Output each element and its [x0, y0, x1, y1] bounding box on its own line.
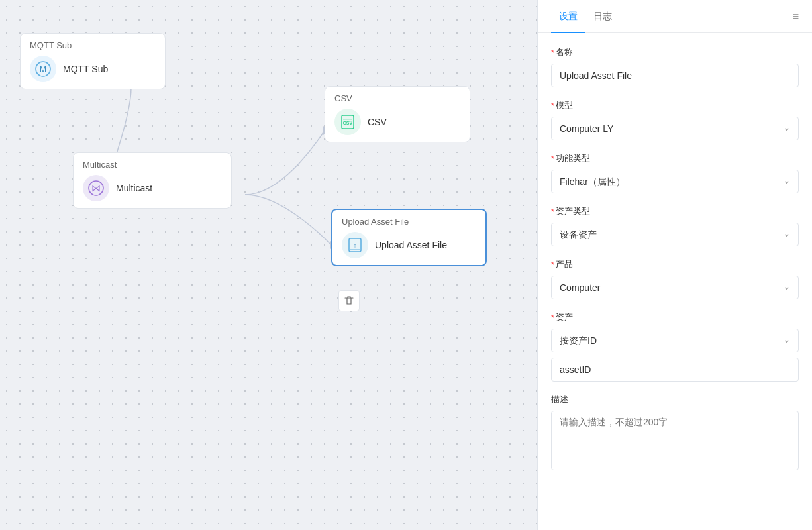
- product-field-group: * 产品 Computer: [551, 258, 799, 299]
- csv-node-label: CSV: [368, 117, 387, 127]
- csv-node[interactable]: CSV CSV CSV: [325, 86, 470, 142]
- model-field-group: * 模型 Computer LY: [551, 99, 799, 140]
- product-select-wrapper: Computer: [551, 276, 799, 299]
- asset-type-field-group: * 资产类型 设备资产: [551, 205, 799, 246]
- asset-type-select-wrapper: 设备资产: [551, 223, 799, 246]
- upload-node-title: Upload Asset File: [342, 217, 476, 227]
- asset-type-select[interactable]: 设备资产: [551, 223, 799, 246]
- func-type-field-group: * 功能类型 Filehar（属性）: [551, 152, 799, 193]
- multicast-node-title: Multicast: [83, 160, 222, 170]
- product-required-star: *: [551, 260, 554, 270]
- name-field-group: * 名称: [551, 46, 799, 87]
- svg-rect-7: [343, 121, 352, 122]
- model-select[interactable]: Computer LY: [551, 117, 799, 140]
- multicast-node[interactable]: Multicast ⋈ Multicast: [73, 152, 232, 209]
- asset-type-label: * 资产类型: [551, 205, 799, 217]
- svg-rect-12: [350, 249, 360, 250]
- svg-text:M: M: [40, 65, 46, 74]
- model-label: * 模型: [551, 99, 799, 111]
- name-label: * 名称: [551, 46, 799, 58]
- asset-required-star: *: [551, 313, 554, 323]
- asset-id-input[interactable]: [551, 358, 799, 382]
- tab-logs[interactable]: 日志: [585, 0, 620, 33]
- asset-label: * 资产: [551, 311, 799, 323]
- product-label: * 产品: [551, 258, 799, 270]
- asset-select-wrapper: 按资产ID: [551, 329, 799, 352]
- func-type-label: * 功能类型: [551, 152, 799, 164]
- model-required-star: *: [551, 101, 554, 111]
- panel-tabs: 设置 日志 ≡: [538, 0, 812, 33]
- asset-field-group: * 资产 按资产ID: [551, 311, 799, 382]
- mqtt-node[interactable]: MQTT Sub M MQTT Sub: [20, 33, 166, 89]
- tab-settings[interactable]: 设置: [551, 0, 585, 33]
- csv-icon: CSV: [334, 109, 361, 135]
- upload-icon: ↑: [342, 232, 368, 258]
- desc-label: 描述: [551, 394, 799, 405]
- model-select-wrapper: Computer LY: [551, 117, 799, 140]
- svg-text:↑: ↑: [353, 241, 357, 249]
- right-panel: 设置 日志 ≡ * 名称 * 模型 Computer LY *: [537, 0, 812, 530]
- mqtt-icon: M: [30, 56, 56, 82]
- func-type-select-wrapper: Filehar（属性）: [551, 170, 799, 193]
- mqtt-node-label: MQTT Sub: [63, 64, 108, 74]
- panel-content: * 名称 * 模型 Computer LY * 功能类型 Filehar（属性）: [538, 33, 812, 530]
- svg-rect-6: [343, 119, 352, 120]
- upload-node[interactable]: Upload Asset File ↑ Upload Asset File: [331, 209, 487, 266]
- svg-text:⋈: ⋈: [91, 183, 101, 193]
- desc-textarea[interactable]: [551, 411, 799, 470]
- menu-icon[interactable]: ≡: [793, 11, 799, 23]
- csv-node-title: CSV: [334, 93, 460, 103]
- delete-button[interactable]: [338, 290, 360, 311]
- mqtt-node-title: MQTT Sub: [30, 40, 156, 50]
- asset-select[interactable]: 按资产ID: [551, 329, 799, 352]
- product-select[interactable]: Computer: [551, 276, 799, 299]
- func-type-required-star: *: [551, 154, 554, 164]
- desc-field-group: 描述: [551, 394, 799, 473]
- multicast-icon: ⋈: [83, 175, 109, 201]
- asset-type-required-star: *: [551, 207, 554, 217]
- flow-canvas[interactable]: MQTT Sub M MQTT Sub CSV CSV CSV: [0, 0, 537, 530]
- name-required-star: *: [551, 48, 554, 58]
- name-input[interactable]: [551, 64, 799, 87]
- func-type-select[interactable]: Filehar（属性）: [551, 170, 799, 193]
- upload-node-label: Upload Asset File: [375, 240, 447, 250]
- multicast-node-label: Multicast: [116, 183, 152, 193]
